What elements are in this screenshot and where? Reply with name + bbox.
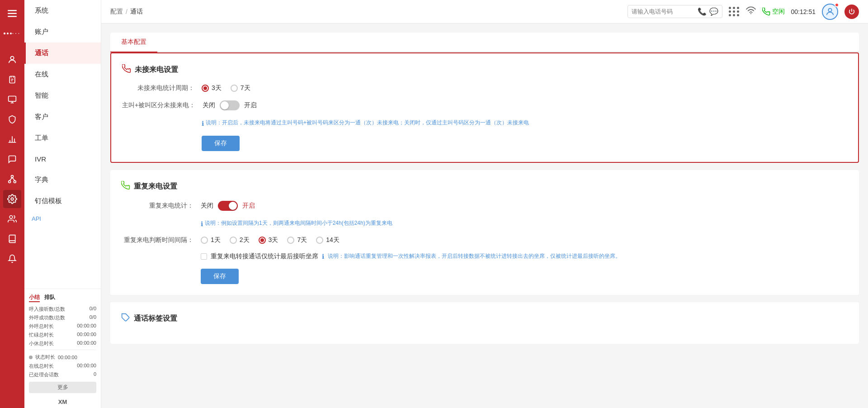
period-label: 未接来电统计周期： xyxy=(122,84,194,92)
breadcrumb-separator: / xyxy=(126,8,127,15)
svg-point-6 xyxy=(4,33,5,34)
breadcrumb-current: 通话 xyxy=(130,8,143,16)
repeat-call-checkbox[interactable] xyxy=(201,253,207,260)
radio-14days[interactable]: 14天 xyxy=(316,236,340,244)
svg-point-4 xyxy=(7,33,9,34)
repeat-toggle-on-label: 开启 xyxy=(242,202,255,210)
info-icon: ℹ xyxy=(202,119,204,128)
missed-call-info: ℹ 说明：开启后，未接来电将通过主叫号码+被叫号码来区分为一通（次）未接来电；关… xyxy=(202,119,847,128)
radio-7days-interval-circle xyxy=(287,237,294,244)
nav-item-online[interactable]: 在线 xyxy=(24,64,101,85)
stat-row-sessions: 已处理会话数 0 xyxy=(29,370,96,379)
network-icon[interactable] xyxy=(3,170,21,188)
svg-point-26 xyxy=(9,216,13,219)
phone-input-wrap[interactable]: 📞 💬 xyxy=(627,5,722,18)
status-indicator: 状态时长 00:00:00 xyxy=(29,352,96,362)
phone-input[interactable] xyxy=(632,8,695,15)
svg-point-28 xyxy=(828,8,831,11)
repeat-call-toggle[interactable] xyxy=(218,201,238,211)
missed-call-toggle-wrap: 关闭 开启 xyxy=(203,100,257,110)
checkbox-label: 重复来电转接通话仅统计最后接听坐席 xyxy=(211,252,318,261)
nav-item-customer[interactable]: 客户 xyxy=(24,106,101,128)
nav-item-workorder[interactable]: 工单 xyxy=(24,128,101,149)
bar-chart-icon[interactable] xyxy=(3,130,21,148)
nav-item-dictionary[interactable]: 字典 xyxy=(24,169,101,190)
svg-point-25 xyxy=(11,198,14,200)
radio-7days-interval[interactable]: 7天 xyxy=(287,236,307,244)
repeat-call-icon xyxy=(121,181,130,192)
radio-1day[interactable]: 1天 xyxy=(201,236,221,244)
avatar[interactable] xyxy=(822,4,838,20)
monitor-icon[interactable] xyxy=(3,90,21,109)
notification-icon[interactable] xyxy=(3,250,21,268)
nav-item-smart[interactable]: 智能 xyxy=(24,85,101,106)
toggle-label: 主叫+被叫区分未接来电： xyxy=(122,101,195,109)
stat-row-outbound: 外呼成功数/总数 0/0 xyxy=(29,313,96,322)
icon-sidebar: ··· xyxy=(0,0,24,408)
missed-call-section: 未接来电设置 未接来电统计周期： 3天 7天 主叫+被叫 xyxy=(110,52,859,163)
svg-point-20 xyxy=(11,176,14,178)
interval-radio-group: 1天 2天 3天 7天 xyxy=(201,236,340,244)
more-button[interactable]: 更多 xyxy=(29,382,96,393)
radio-2days-circle xyxy=(230,237,237,244)
status-badge: 空闲 xyxy=(762,8,785,16)
chat-icon[interactable] xyxy=(3,150,21,168)
dots-grid-icon[interactable]: ··· xyxy=(3,24,21,43)
radio-7days[interactable]: 7天 xyxy=(231,84,250,92)
repeat-call-save-button[interactable]: 保存 xyxy=(201,269,239,284)
api-item[interactable]: API xyxy=(24,212,101,226)
call-tag-icon xyxy=(121,313,130,324)
book-icon[interactable] xyxy=(3,230,21,248)
user-icon[interactable] xyxy=(3,51,21,69)
nav-item-system[interactable]: 系统 xyxy=(24,0,101,21)
notification-badge xyxy=(835,3,839,7)
tab-basic-config[interactable]: 基本配置 xyxy=(110,33,157,52)
repeat-call-info: ℹ 说明：例如设置间隔为1天，则两通来电间隔时间小于24h(包括24h)为重复来… xyxy=(201,219,848,229)
stat-row-online-duration: 在线总时长 00:00:00 xyxy=(29,362,96,370)
nav-item-call[interactable]: 通话 xyxy=(24,43,101,64)
menu-icon[interactable] xyxy=(3,5,21,23)
radio-2days[interactable]: 2天 xyxy=(230,236,250,244)
wifi-icon xyxy=(746,6,756,17)
radio-3days-circle xyxy=(202,85,209,92)
missed-call-toggle-row: 主叫+被叫区分未接来电： 关闭 开启 xyxy=(122,100,847,110)
breadcrumb: 配置 / 通话 xyxy=(110,8,143,16)
radio-3days-interval[interactable]: 3天 xyxy=(259,236,278,244)
tabs-bar: 基本配置 xyxy=(110,33,859,52)
repeat-call-title: 重复来电设置 xyxy=(121,181,848,192)
svg-rect-0 xyxy=(8,10,17,11)
stat-row-inbound: 呼入接听数/总数 0/0 xyxy=(29,305,96,313)
stat-row-busy-duration: 忙碌总时长 00:00:00 xyxy=(29,331,96,339)
breadcrumb-parent: 配置 xyxy=(110,8,123,16)
missed-call-save-button[interactable]: 保存 xyxy=(202,136,240,151)
checkbox-info-icon: ℹ xyxy=(322,253,324,260)
people-icon[interactable] xyxy=(3,210,21,228)
svg-rect-2 xyxy=(8,16,17,17)
stats-tab-queue[interactable]: 排队 xyxy=(44,294,55,302)
apps-icon[interactable] xyxy=(729,7,740,16)
clipboard-icon[interactable] xyxy=(3,71,21,89)
nav-item-ivr[interactable]: IVR xyxy=(24,149,101,169)
settings-icon[interactable] xyxy=(3,190,21,208)
radio-3days[interactable]: 3天 xyxy=(202,84,222,92)
status-label: 空闲 xyxy=(772,8,785,16)
shield-icon[interactable] xyxy=(3,110,21,128)
info-icon-2: ℹ xyxy=(201,219,203,229)
svg-point-21 xyxy=(9,180,11,183)
stats-tab-summary[interactable]: 小结 xyxy=(29,294,40,302)
radio-7days-circle xyxy=(231,85,238,92)
repeat-stat-label: 重复来电统计： xyxy=(121,202,193,210)
toggle-thumb xyxy=(221,101,229,109)
svg-point-7 xyxy=(10,57,14,60)
call-tag-title: 通话标签设置 xyxy=(121,313,848,324)
nav-item-account[interactable]: 账户 xyxy=(24,21,101,43)
time-display: 00:12:51 xyxy=(791,8,816,15)
nav-sidebar: 系统 账户 通话 在线 智能 客户 工单 IVR 字典 钉信模板 API 小结 … xyxy=(24,0,101,408)
stat-row-rest-duration: 小休总时长 00:00:00 xyxy=(29,339,96,348)
missed-call-period-row: 未接来电统计周期： 3天 7天 xyxy=(122,84,847,92)
content-area: 基本配置 未接来电设置 未接来电统计周期： 3天 xyxy=(101,24,868,408)
stats-tabs: 小结 排队 xyxy=(29,294,96,302)
missed-call-toggle[interactable] xyxy=(220,100,240,110)
nav-item-template[interactable]: 钉信模板 xyxy=(24,190,101,212)
power-button[interactable] xyxy=(844,5,859,19)
